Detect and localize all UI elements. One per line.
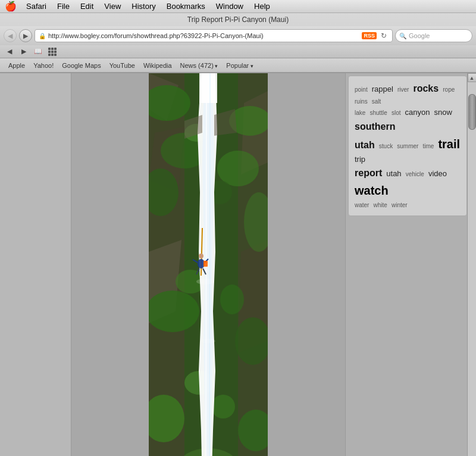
bookmarks-bar: Apple Yahoo! Google Maps YouTube Wikiped… [0, 58, 476, 73]
svg-point-35 [201, 339, 215, 343]
apple-menu[interactable]: 🍎 [5, 1, 17, 12]
tag-water[interactable]: water [355, 202, 369, 208]
tag-report[interactable]: report [355, 168, 382, 178]
svg-point-34 [196, 279, 214, 285]
center-content [71, 73, 345, 456]
page-title: Trip Report Pi-Pi Canyon (Maui) [187, 15, 289, 24]
back-button[interactable]: ◀ [4, 29, 17, 42]
bookmark-wikipedia[interactable]: Wikipedia [140, 61, 176, 70]
svg-point-28 [199, 254, 203, 258]
bookmark-yahoo[interactable]: Yahoo! [30, 61, 57, 70]
search-bar[interactable]: 🔍 Google [395, 29, 472, 42]
menu-history[interactable]: History [127, 1, 160, 12]
tag-slot[interactable]: slot [392, 110, 401, 116]
tag-utah2[interactable]: utah [386, 169, 401, 178]
bookmark-youtube[interactable]: YouTube [106, 61, 139, 70]
svg-line-23 [209, 73, 210, 456]
reload-button[interactable]: ↻ [379, 31, 389, 40]
forward-button[interactable]: ▶ [19, 29, 32, 42]
browser-chrome: Trip Report Pi-Pi Canyon (Maui) ◀ ▶ 🔒 ht… [0, 13, 476, 73]
menu-window[interactable]: Window [211, 1, 248, 12]
scroll-track[interactable] [468, 82, 476, 456]
right-panel: point rappel river rocks rope ruins salt… [345, 73, 476, 456]
tag-shuttle[interactable]: shuttle [369, 110, 387, 116]
tag-watch[interactable]: watch [355, 184, 389, 197]
tag-time[interactable]: time [422, 143, 434, 149]
menu-edit[interactable]: Edit [76, 1, 98, 12]
tag-white[interactable]: white [374, 202, 387, 208]
menu-view[interactable]: View [99, 1, 126, 12]
menu-safari[interactable]: Safari [21, 1, 51, 12]
scroll-up-button[interactable]: ▲ [468, 73, 477, 82]
tag-vehicle[interactable]: vehicle [406, 171, 424, 177]
waterfall-image [149, 73, 268, 456]
scrollbar: ▲ ▼ [467, 73, 476, 456]
tag-rope[interactable]: rope [443, 86, 455, 93]
scroll-thumb[interactable] [468, 94, 476, 130]
reader-button[interactable]: 📖 [32, 46, 44, 57]
menu-file[interactable]: File [52, 1, 74, 12]
waterfall-container [71, 73, 345, 456]
tag-trail[interactable]: trail [438, 138, 460, 151]
back-small-button[interactable]: ◀ [4, 46, 15, 57]
bookmark-googlemaps[interactable]: Google Maps [58, 61, 104, 70]
tag-southern[interactable]: southern [355, 121, 395, 132]
tag-point[interactable]: point [355, 86, 368, 93]
forward-small-button[interactable]: ▶ [18, 46, 30, 57]
tag-stuck[interactable]: stuck [379, 143, 393, 149]
tag-utah[interactable]: utah [355, 140, 375, 150]
search-icon: 🔍 [399, 33, 406, 39]
bookmark-apple[interactable]: Apple [5, 61, 29, 70]
content-area: point rappel river rocks rope ruins salt… [0, 73, 476, 456]
tag-canyon[interactable]: canyon [405, 108, 430, 117]
grid-button[interactable] [46, 46, 58, 57]
menu-bar: 🍎 Safari File Edit View History Bookmark… [0, 0, 476, 13]
rss-badge[interactable]: RSS [362, 32, 377, 39]
grid-icon [48, 48, 57, 56]
menu-help[interactable]: Help [249, 1, 275, 12]
search-placeholder: Google [409, 32, 430, 39]
extra-toolbar: ◀ ▶ 📖 [0, 45, 476, 58]
tag-summer[interactable]: summer [397, 143, 418, 149]
title-bar: Trip Report Pi-Pi Canyon (Maui) [0, 13, 476, 26]
lock-icon: 🔒 [39, 33, 46, 39]
left-sidebar [0, 73, 71, 456]
tag-video[interactable]: video [428, 169, 447, 178]
tag-trip[interactable]: trip [355, 155, 365, 164]
tag-lake[interactable]: lake [355, 110, 365, 116]
url-text: http://www.bogley.com/forum/showthread.p… [48, 32, 359, 39]
tag-salt[interactable]: salt [372, 98, 381, 105]
tag-ruins[interactable]: ruins [355, 98, 368, 105]
tag-rappel[interactable]: rappel [372, 85, 393, 93]
toolbar: ◀ ▶ 🔒 http://www.bogley.com/forum/showth… [0, 26, 476, 45]
bookmark-popular[interactable]: Popular [223, 61, 256, 70]
svg-rect-33 [203, 261, 208, 267]
tag-river[interactable]: river [397, 86, 409, 93]
svg-point-18 [220, 285, 244, 314]
tag-cloud-box: point rappel river rocks rope ruins salt… [348, 76, 467, 216]
menu-bookmarks[interactable]: Bookmarks [162, 1, 210, 12]
tag-rocks[interactable]: rocks [413, 83, 439, 93]
address-bar[interactable]: 🔒 http://www.bogley.com/forum/showthread… [35, 29, 393, 42]
tag-snow[interactable]: snow [434, 108, 452, 117]
tag-winter[interactable]: winter [392, 202, 408, 208]
bookmark-news[interactable]: News (472) [177, 61, 222, 70]
svg-point-20 [211, 395, 235, 418]
